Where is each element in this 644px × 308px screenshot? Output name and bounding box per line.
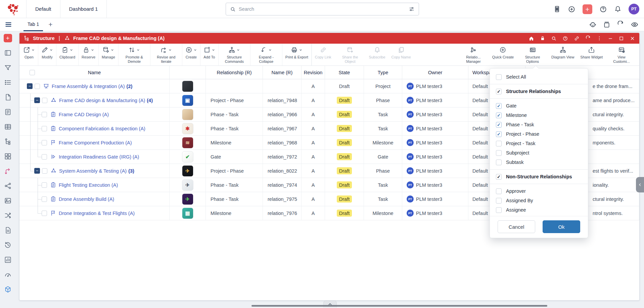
checkbox-subproject[interactable]: ✓	[496, 150, 502, 156]
checkbox-structure-relationships[interactable]: ✓	[496, 89, 502, 94]
collapse-toggle[interactable]: −	[34, 97, 40, 103]
checkbox-project-phase[interactable]: ✓	[496, 131, 502, 137]
cancel-button[interactable]: Cancel	[498, 220, 535, 233]
select-all-checkbox[interactable]	[30, 70, 35, 75]
row-checkbox[interactable]	[42, 211, 47, 216]
item-name-link[interactable]: Flight Testing Execution (A)	[59, 182, 118, 188]
media-icon[interactable]	[4, 196, 12, 205]
toolbar-button-manage[interactable]: Manage	[99, 44, 119, 65]
item-thumbnail[interactable]: ✈	[182, 165, 193, 177]
refresh-icon[interactable]	[617, 21, 624, 28]
column-header-revision[interactable]: Revision	[302, 66, 325, 79]
collapse-toggle[interactable]: −	[27, 83, 33, 89]
checkbox-approver[interactable]: ✓	[496, 188, 502, 194]
toolbar-button-reserve[interactable]: Reserve	[79, 44, 99, 65]
help-icon[interactable]	[599, 5, 607, 13]
notifications-bell-icon[interactable]	[614, 5, 622, 13]
toolbar-button-open[interactable]: Open	[20, 44, 38, 65]
checkbox-select-all[interactable]: ✓	[496, 74, 502, 80]
maximize-icon[interactable]	[619, 36, 624, 41]
checkbox-phase-task[interactable]: ✓	[496, 122, 502, 128]
popup-item-structure-relationships[interactable]: ✓ Structure Relationships	[490, 87, 588, 96]
structure-icon[interactable]	[4, 137, 12, 146]
close-icon[interactable]	[630, 36, 635, 41]
ok-button[interactable]: Ok	[543, 220, 580, 233]
checkbox-milestone[interactable]: ✓	[496, 113, 502, 118]
workflow-icon[interactable]	[4, 182, 12, 190]
toolbar-button-create[interactable]: Create	[182, 44, 200, 65]
item-name-link[interactable]: Component Fabrication & Inspection (A)	[59, 126, 145, 131]
column-header-owner[interactable]: Owner	[402, 66, 468, 79]
row-checkbox[interactable]	[42, 126, 47, 131]
popup-item-gate[interactable]: ✓ Gate	[490, 101, 588, 111]
row-checkbox[interactable]	[42, 140, 47, 145]
item-thumbnail[interactable]	[182, 109, 193, 120]
search-filter-icon[interactable]	[409, 6, 415, 12]
item-name-link[interactable]: Drone Assembly Build (A)	[59, 196, 114, 202]
toolbar-button-structure-options[interactable]: Structure Options	[517, 44, 548, 65]
toolbar-button-clipboard[interactable]: Clipboard	[56, 44, 79, 65]
toolbar-button-print-export[interactable]: Print & Export	[282, 44, 312, 65]
collapse-toggle[interactable]: −	[34, 168, 40, 174]
column-header-state[interactable]: State	[325, 66, 364, 79]
model-3d-icon[interactable]	[4, 285, 12, 294]
add-circle-icon[interactable]	[568, 5, 576, 13]
checkbox-gate[interactable]: ✓	[496, 103, 502, 109]
row-checkbox[interactable]	[42, 98, 47, 103]
item-thumbnail[interactable]: ✈	[182, 193, 193, 205]
archive-icon[interactable]	[603, 21, 610, 28]
refresh-icon[interactable]	[585, 36, 591, 41]
add-tab-button[interactable]: +	[48, 20, 52, 29]
popup-item-assigned-by[interactable]: ✓ Assigned By	[490, 196, 588, 205]
lock-icon[interactable]	[540, 36, 545, 41]
row-checkbox[interactable]	[42, 154, 47, 160]
popup-item-phase-task[interactable]: ✓ Phase - Task	[490, 120, 588, 129]
row-checkbox[interactable]	[42, 196, 47, 202]
column-header-name-r[interactable]: Name (R)	[263, 66, 302, 79]
item-name-link[interactable]: Frame Component Production (A)	[59, 140, 132, 145]
toolbar-button-expand-collapse[interactable]: Expand - Collapse	[250, 44, 282, 65]
horizontal-scrollbar[interactable]	[251, 305, 547, 307]
item-thumbnail[interactable]: ✔	[182, 151, 193, 163]
toolbar-button-view-customi[interactable]: View Customi...	[606, 44, 637, 65]
popup-item-milestone[interactable]: ✓ Milestone	[490, 111, 588, 120]
item-name-link[interactable]: Frame CAD design & Manufacturing (A)	[59, 98, 145, 103]
user-avatar[interactable]: PT	[629, 4, 639, 14]
item-name-link[interactable]: Frame CAD Design (A)	[59, 112, 109, 117]
minimize-icon[interactable]	[608, 36, 613, 41]
item-name-link[interactable]: Integration Readiness Gate (IRG) (A)	[59, 154, 139, 160]
split-arrows-icon[interactable]	[4, 211, 12, 220]
popup-item-subproject[interactable]: ✓ Subproject	[490, 148, 588, 158]
collapse-right-panel-handle[interactable]	[636, 177, 644, 192]
column-header-relationship[interactable]: Relationship (R)	[206, 66, 263, 79]
checkbox-assignee[interactable]: ✓	[496, 207, 502, 213]
toolbar-button-diagram-view[interactable]: Diagram View	[548, 44, 577, 65]
popup-item-subtask[interactable]: ✓ Subtask	[490, 158, 588, 167]
checkbox-subtask[interactable]: ✓	[496, 160, 502, 165]
column-header-name[interactable]: Name	[19, 66, 170, 79]
workspace-tab-dashboard-1[interactable]: Dashboard 1	[60, 0, 107, 18]
hamburger-menu-icon[interactable]	[4, 20, 12, 29]
item-name-link[interactable]: Frame Assembly & Integration (A)	[52, 84, 125, 89]
merge-icon[interactable]	[4, 167, 12, 175]
toolbar-button-share-widget[interactable]: Share Widget	[577, 44, 606, 65]
checkbox-project-task[interactable]: ✓	[496, 141, 502, 146]
panel-icon[interactable]	[4, 49, 12, 57]
export-grid-icon[interactable]	[553, 5, 561, 13]
quick-add-button[interactable]: +	[583, 4, 592, 14]
help-icon[interactable]	[562, 36, 568, 41]
toolbar-button-relatio-manager[interactable]: Relatio... Manager	[458, 44, 489, 65]
toolbar-button-quick-create[interactable]: Quick Create	[489, 44, 517, 65]
filter-icon[interactable]	[4, 63, 12, 72]
tab-1[interactable]: Tab 1	[24, 18, 43, 31]
item-thumbnail[interactable]: ▦	[182, 208, 193, 219]
history-icon[interactable]	[4, 241, 12, 249]
item-name-link[interactable]: System Assembly & Testing (A)	[59, 168, 127, 174]
toolbar-button-promote-demote[interactable]: Promote & Demote	[119, 44, 150, 65]
toolbar-button-add-to[interactable]: Add To	[200, 44, 219, 65]
table-icon[interactable]	[4, 123, 12, 131]
item-thumbnail[interactable]: ▣	[182, 95, 193, 106]
item-name-link[interactable]: Drone Integration & Test Flights (A)	[59, 211, 135, 216]
item-thumbnail[interactable]: ✈	[182, 179, 193, 191]
popup-item-select-all[interactable]: ✓ Select All	[490, 72, 588, 82]
